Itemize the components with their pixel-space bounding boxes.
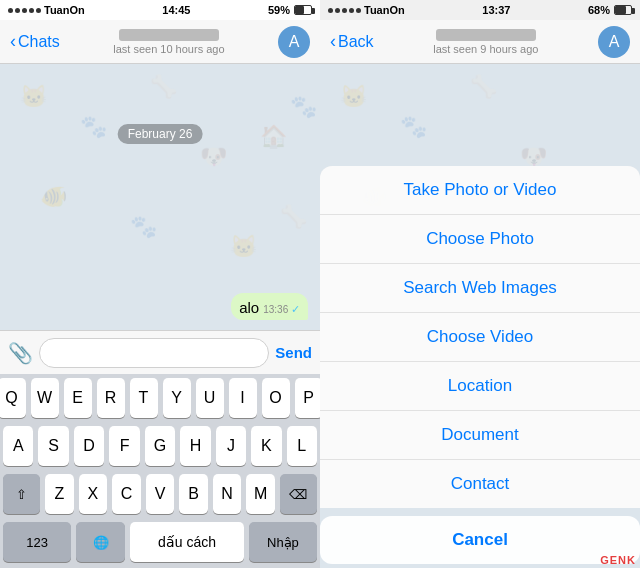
bg-icon-r3: 🦴 [470, 74, 497, 100]
key-x[interactable]: X [79, 474, 108, 514]
message-bubble: alo 13:36 ✓ [231, 293, 308, 320]
key-backspace[interactable]: ⌫ [280, 474, 317, 514]
action-contact[interactable]: Contact [320, 460, 640, 508]
right-battery-percent: 68% [588, 4, 610, 16]
key-v[interactable]: V [146, 474, 175, 514]
key-space[interactable]: dấu cách [130, 522, 244, 562]
key-w[interactable]: W [31, 378, 59, 418]
action-location[interactable]: Location [320, 362, 640, 411]
left-status-left: TuanOn [8, 4, 85, 16]
key-n[interactable]: N [213, 474, 242, 514]
action-take-photo[interactable]: Take Photo or Video [320, 166, 640, 215]
left-status-bar: TuanOn 14:45 59% [0, 0, 320, 20]
key-y[interactable]: Y [163, 378, 191, 418]
keyboard-row-2: A S D F G H J K L [0, 422, 320, 470]
right-battery-icon [614, 5, 632, 15]
bg-icon: 🐶 [200, 144, 227, 170]
bg-icon: 🏠 [260, 124, 287, 150]
key-o[interactable]: O [262, 378, 290, 418]
chevron-left-icon: ‹ [10, 31, 16, 52]
bubble-time: 13:36 ✓ [263, 303, 300, 316]
right-back-button[interactable]: ‹ Back [330, 31, 374, 52]
action-cancel[interactable]: Cancel [320, 516, 640, 564]
left-time: 14:45 [162, 4, 190, 16]
send-button[interactable]: Send [275, 344, 312, 361]
bg-icon: 🐾 [130, 214, 157, 240]
right-back-label[interactable]: Back [338, 33, 374, 51]
read-checkmark: ✓ [291, 303, 300, 315]
bg-icon: 🐱 [230, 234, 257, 260]
bg-icon: 🐾 [80, 114, 107, 140]
right-nav-bar: ‹ Back last seen 9 hours ago A [320, 20, 640, 64]
action-document[interactable]: Document [320, 411, 640, 460]
key-e[interactable]: E [64, 378, 92, 418]
keyboard-row-bottom: 123 🌐 dấu cách Nhập [0, 518, 320, 568]
key-s[interactable]: S [38, 426, 68, 466]
bg-icon-r1: 🐱 [340, 84, 367, 110]
keyboard-row-3: ⇧ Z X C V B N M ⌫ [0, 470, 320, 518]
key-a[interactable]: A [3, 426, 33, 466]
right-signal-dots [328, 8, 361, 13]
bg-icon: 🐠 [40, 184, 67, 210]
key-return[interactable]: Nhập [249, 522, 317, 562]
right-avatar-letter: A [609, 33, 620, 51]
key-t[interactable]: T [130, 378, 158, 418]
key-h[interactable]: H [180, 426, 210, 466]
action-choose-video[interactable]: Choose Video [320, 313, 640, 362]
back-button[interactable]: ‹ Chats [10, 31, 60, 52]
action-sheet: Take Photo or Video Choose Photo Search … [320, 166, 640, 568]
bg-icon: 🦴 [280, 204, 307, 230]
key-i[interactable]: I [229, 378, 257, 418]
right-panel: TuanOn 13:37 68% ‹ Back last seen 9 hour… [320, 0, 640, 568]
message-input[interactable] [39, 338, 269, 368]
key-p[interactable]: P [295, 378, 321, 418]
right-last-seen: last seen 9 hours ago [433, 43, 538, 55]
avatar-letter: A [289, 33, 300, 51]
key-z[interactable]: Z [45, 474, 74, 514]
watermark: GENK [600, 554, 636, 566]
key-b[interactable]: B [179, 474, 208, 514]
contact-name-blurred [119, 29, 219, 41]
avatar[interactable]: A [278, 26, 310, 58]
attach-icon[interactable]: 📎 [8, 341, 33, 365]
chat-background: 🐱 🐾 🦴 🐶 🐠 🐾 🏠 🐱 🐾 🦴 February 26 alo 13:3… [0, 64, 320, 330]
right-status-bar: TuanOn 13:37 68% [320, 0, 640, 20]
right-chat-background: 🐱 🐾 🦴 🐶 🐠 Take Photo or Video Choose Pho… [320, 64, 640, 568]
key-k[interactable]: K [251, 426, 281, 466]
bubble-text: alo [239, 299, 259, 316]
right-status-left: TuanOn [328, 4, 405, 16]
key-u[interactable]: U [196, 378, 224, 418]
input-area: 📎 Send [0, 330, 320, 374]
bg-icon: 🦴 [150, 74, 177, 100]
key-m[interactable]: M [246, 474, 275, 514]
battery-icon [294, 5, 312, 15]
bg-icon: 🐱 [20, 84, 47, 110]
key-r[interactable]: R [97, 378, 125, 418]
key-d[interactable]: D [74, 426, 104, 466]
key-globe[interactable]: 🌐 [76, 522, 125, 562]
action-choose-photo[interactable]: Choose Photo [320, 215, 640, 264]
action-search-web[interactable]: Search Web Images [320, 264, 640, 313]
key-shift[interactable]: ⇧ [3, 474, 40, 514]
signal-dots [8, 8, 41, 13]
action-sheet-items: Take Photo or Video Choose Photo Search … [320, 166, 640, 508]
right-time: 13:37 [482, 4, 510, 16]
carrier-name: TuanOn [44, 4, 85, 16]
left-panel: TuanOn 14:45 59% ‹ Chats last seen 10 ho… [0, 0, 320, 568]
key-c[interactable]: C [112, 474, 141, 514]
date-badge: February 26 [118, 124, 203, 144]
key-j[interactable]: J [216, 426, 246, 466]
right-status-right: 68% [588, 4, 632, 16]
back-label[interactable]: Chats [18, 33, 60, 51]
right-carrier: TuanOn [364, 4, 405, 16]
left-nav-bar: ‹ Chats last seen 10 hours ago A [0, 20, 320, 64]
right-avatar[interactable]: A [598, 26, 630, 58]
key-f[interactable]: F [109, 426, 139, 466]
right-contact-name-blurred [436, 29, 536, 41]
key-q[interactable]: Q [0, 378, 26, 418]
nav-center: last seen 10 hours ago [60, 29, 278, 55]
key-g[interactable]: G [145, 426, 175, 466]
key-l[interactable]: L [287, 426, 317, 466]
key-numbers[interactable]: 123 [3, 522, 71, 562]
right-chevron-icon: ‹ [330, 31, 336, 52]
